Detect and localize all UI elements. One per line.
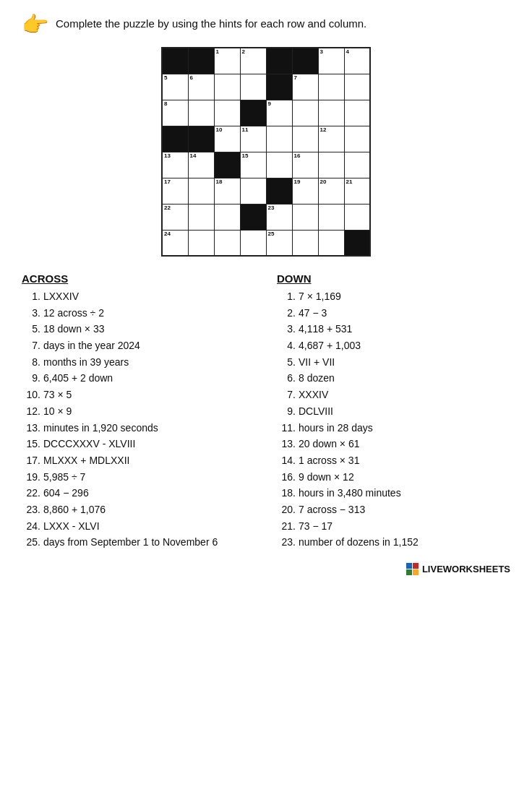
clue-text: MLXXX + MDLXXII <box>43 453 255 469</box>
grid-cell[interactable] <box>214 204 240 230</box>
instruction-row: 👉 Complete the puzzle by using the hints… <box>22 13 510 37</box>
grid-cell[interactable] <box>292 100 318 126</box>
across-clue-item: 17.MLXXX + MDLXXII <box>22 453 255 469</box>
logo-sq-yellow <box>413 569 419 575</box>
grid-cell[interactable] <box>318 100 344 126</box>
grid-cell[interactable] <box>318 152 344 178</box>
grid-cell[interactable]: 17 <box>162 178 188 204</box>
across-clue-item: 22.604 − 296 <box>22 486 255 502</box>
grid-cell[interactable] <box>240 230 266 256</box>
grid-cell[interactable]: 6 <box>188 74 214 100</box>
clue-text: number of dozens in 1,152 <box>299 535 510 551</box>
clue-text: minutes in 1,920 seconds <box>43 421 255 436</box>
clue-text: 73 − 17 <box>299 519 510 535</box>
clue-text: days in the year 2024 <box>43 338 255 354</box>
clue-text: XXXIV <box>299 387 510 403</box>
down-clue-item: 1.7 × 1,169 <box>277 289 510 305</box>
grid-cell[interactable] <box>292 126 318 152</box>
clue-text: 8,860 + 1,076 <box>43 502 255 518</box>
clue-text: 9 down × 12 <box>299 470 510 486</box>
grid-cell[interactable]: 20 <box>318 178 344 204</box>
grid-cell[interactable]: 18 <box>214 178 240 204</box>
grid-cell[interactable]: 11 <box>240 126 266 152</box>
down-clue-item: 23.number of dozens in 1,152 <box>277 535 510 551</box>
grid-cell[interactable]: 7 <box>292 74 318 100</box>
grid-cell[interactable] <box>318 230 344 256</box>
across-clue-item: 23.8,860 + 1,076 <box>22 502 255 518</box>
clue-number: 20. <box>277 502 296 518</box>
down-clue-item: 3.4,118 + 531 <box>277 322 510 337</box>
grid-cell[interactable]: 3 <box>318 48 344 74</box>
clue-number: 8. <box>22 355 40 371</box>
grid-cell[interactable]: 24 <box>162 230 188 256</box>
grid-cell[interactable]: 15 <box>240 152 266 178</box>
grid-cell[interactable] <box>214 230 240 256</box>
across-list: 1.LXXXIV3.12 across ÷ 25.18 down × 337.d… <box>22 289 255 551</box>
clue-text: LXXX - XLVI <box>43 519 255 535</box>
liveworksheets-logo: LIVEWORKSHEETS <box>406 563 510 575</box>
clue-number: 25. <box>22 535 40 551</box>
crossword-grid: 1 2 3 4 5 6 7 8 <box>161 47 371 257</box>
grid-cell[interactable]: 14 <box>188 152 214 178</box>
grid-cell[interactable] <box>240 178 266 204</box>
grid-cell[interactable] <box>240 74 266 100</box>
cell-black <box>266 178 292 204</box>
grid-cell[interactable]: 22 <box>162 204 188 230</box>
grid-cell[interactable]: 8 <box>162 100 188 126</box>
grid-cell[interactable] <box>344 204 370 230</box>
grid-cell[interactable] <box>214 74 240 100</box>
clue-text: days from September 1 to November 6 <box>43 535 255 551</box>
clue-number: 4. <box>277 338 296 354</box>
grid-cell[interactable]: 16 <box>292 152 318 178</box>
grid-cell[interactable] <box>344 74 370 100</box>
across-clue-item: 9.6,405 + 2 down <box>22 371 255 387</box>
across-clue-item: 25.days from September 1 to November 6 <box>22 535 255 551</box>
grid-cell[interactable]: 23 <box>266 204 292 230</box>
clue-number: 7. <box>22 338 40 354</box>
grid-cell[interactable] <box>292 230 318 256</box>
grid-cell[interactable]: 2 <box>240 48 266 74</box>
grid-cell[interactable]: 13 <box>162 152 188 178</box>
grid-cell[interactable] <box>344 152 370 178</box>
grid-cell[interactable] <box>266 152 292 178</box>
logo-squares <box>406 563 419 575</box>
clues-section: ACROSS 1.LXXXIV3.12 across ÷ 25.18 down … <box>22 272 510 551</box>
across-clue-item: 7.days in the year 2024 <box>22 338 255 354</box>
grid-cell[interactable] <box>292 204 318 230</box>
clue-text: 73 × 5 <box>43 387 255 403</box>
grid-cell[interactable]: 10 <box>214 126 240 152</box>
down-clue-item: 16.9 down × 12 <box>277 470 510 486</box>
clue-text: 7 across − 313 <box>299 502 510 518</box>
grid-cell[interactable]: 4 <box>344 48 370 74</box>
cell-black <box>266 74 292 100</box>
grid-cell[interactable]: 5 <box>162 74 188 100</box>
grid-cell[interactable]: 19 <box>292 178 318 204</box>
clue-text: 4,118 + 531 <box>299 322 510 337</box>
clue-number: 12. <box>22 404 40 420</box>
clue-number: 5. <box>22 322 40 337</box>
grid-cell[interactable] <box>188 230 214 256</box>
hand-icon: 👉 <box>22 12 48 37</box>
grid-cell[interactable] <box>188 178 214 204</box>
grid-cell[interactable]: 21 <box>344 178 370 204</box>
grid-cell[interactable] <box>318 204 344 230</box>
clue-number: 11. <box>277 421 296 436</box>
cell-black <box>292 48 318 74</box>
clue-number: 6. <box>277 371 296 387</box>
clue-text: hours in 28 days <box>299 421 510 436</box>
grid-cell[interactable] <box>214 100 240 126</box>
grid-cell[interactable] <box>318 74 344 100</box>
grid-cell[interactable]: 12 <box>318 126 344 152</box>
clue-number: 23. <box>277 535 296 551</box>
down-clue-item: 6.8 dozen <box>277 371 510 387</box>
grid-cell[interactable]: 9 <box>266 100 292 126</box>
grid-cell[interactable]: 25 <box>266 230 292 256</box>
grid-cell[interactable] <box>266 126 292 152</box>
grid-cell[interactable] <box>344 100 370 126</box>
clue-number: 15. <box>22 436 40 452</box>
cell-black <box>162 126 188 152</box>
grid-cell[interactable] <box>344 126 370 152</box>
grid-cell[interactable] <box>188 204 214 230</box>
grid-cell[interactable]: 1 <box>214 48 240 74</box>
grid-cell[interactable] <box>188 100 214 126</box>
